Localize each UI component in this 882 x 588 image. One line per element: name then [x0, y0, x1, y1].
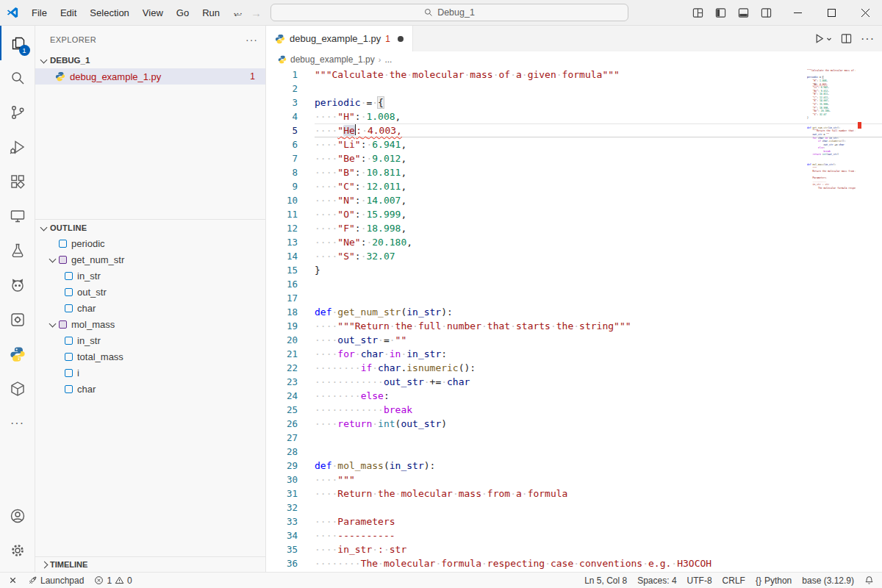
activity-search[interactable] — [0, 60, 35, 95]
code-line[interactable]: 4····"H":·1.008, — [266, 110, 882, 123]
outline-header[interactable]: OUTLINE — [35, 219, 265, 235]
outline-item-periodic[interactable]: periodic — [35, 235, 265, 251]
outline-item-i[interactable]: i — [35, 365, 265, 381]
problems-item[interactable]: 1 0 — [89, 573, 137, 588]
code-line[interactable]: 5····"He:·4.003, — [266, 123, 882, 137]
code-line[interactable]: 27 — [266, 431, 882, 445]
activity-tools[interactable] — [0, 302, 35, 337]
outline-item-out-str[interactable]: out_str — [35, 284, 265, 300]
code-line[interactable]: 3periodic·=·{ — [266, 96, 882, 110]
code-line[interactable]: 35····in_str·:·str — [266, 542, 882, 556]
outline-item-char-2[interactable]: char — [35, 381, 265, 397]
split-editor-icon[interactable] — [841, 33, 852, 44]
outline-item-in-str[interactable]: in_str — [35, 268, 265, 284]
language-mode[interactable]: {} Python — [750, 573, 797, 588]
run-button[interactable] — [814, 33, 832, 44]
maximize-button[interactable] — [814, 0, 848, 26]
code-line[interactable]: 36········The·molecular·formula·respecti… — [266, 556, 882, 570]
code-line[interactable]: 11····"O":·15.999, — [266, 207, 882, 221]
search-box[interactable]: Debug_1 — [270, 4, 628, 21]
eol-sequence[interactable]: CRLF — [717, 573, 750, 588]
modified-dot-icon[interactable] — [398, 36, 404, 42]
code-line[interactable]: 14····"S":·32.07 — [266, 249, 882, 263]
outline-item-char[interactable]: char — [35, 300, 265, 316]
code-line[interactable]: 28 — [266, 445, 882, 459]
code-line[interactable]: 25············break — [266, 403, 882, 417]
code-line[interactable]: 13····"Ne":·20.180, — [266, 235, 882, 249]
menu-view[interactable]: View — [136, 0, 170, 26]
code-line[interactable]: 21····for·char·in·in_str: — [266, 347, 882, 361]
outline-item-in-str-2[interactable]: in_str — [35, 332, 265, 348]
file-debug-example[interactable]: debug_example_1.py 1 — [35, 68, 265, 85]
code-line[interactable]: 7····"Be":·9.012, — [266, 151, 882, 165]
code-line[interactable]: 8····"B":·10.811, — [266, 165, 882, 179]
python-interpreter[interactable]: base (3.12.9) — [797, 573, 859, 588]
code-line[interactable]: 33····Parameters — [266, 514, 882, 528]
code-line[interactable]: 10····"N":·14.007, — [266, 193, 882, 207]
code-lines[interactable]: 1"""Calculate·the·molecular·mass·of·a·gi… — [266, 68, 882, 570]
tab-debug-example[interactable]: debug_example_1.py 1 — [266, 26, 413, 51]
forward-button[interactable]: → — [251, 7, 262, 19]
activity-extensions[interactable] — [0, 164, 35, 198]
editor-more-actions-icon[interactable]: ··· — [861, 32, 875, 46]
outline-item-mol-mass[interactable]: mol_mass — [35, 316, 265, 332]
code-line[interactable]: 24········else: — [266, 389, 882, 403]
outline-item-total-mass[interactable]: total_mass — [35, 348, 265, 365]
menu-run[interactable]: Run — [196, 0, 226, 26]
activity-run-debug[interactable] — [0, 129, 35, 164]
code-line[interactable]: 31····Return·the·molecular·mass·from·a·f… — [266, 487, 882, 501]
indentation[interactable]: Spaces: 4 — [632, 573, 681, 588]
activity-more[interactable]: ··· — [0, 406, 35, 440]
code-line[interactable]: 12····"F":·18.998, — [266, 221, 882, 235]
outline-item-get-num-str[interactable]: get_num_str — [35, 251, 265, 268]
minimap[interactable]: """Calculate·the·molecular·mass·of·a·giv… — [807, 69, 856, 198]
notifications-bell[interactable] — [859, 573, 879, 588]
code-line[interactable]: 9····"C":·12.011, — [266, 179, 882, 193]
code-line[interactable]: 16 — [266, 277, 882, 291]
code-line[interactable]: 19····"""Return·the·full·number·that·sta… — [266, 319, 882, 333]
folder-debug-1[interactable]: DEBUG_1 — [35, 52, 265, 68]
menu-edit[interactable]: Edit — [54, 0, 83, 26]
remote-indicator[interactable] — [3, 573, 23, 588]
breadcrumb-file[interactable]: debug_example_1.py — [290, 54, 375, 65]
menu-file[interactable]: File — [25, 0, 54, 26]
account-button[interactable] — [0, 498, 35, 533]
timeline-header[interactable]: TIMELINE — [35, 556, 265, 572]
code-line[interactable]: 1"""Calculate·the·molecular·mass·of·a·gi… — [266, 68, 882, 82]
explorer-more-actions-icon[interactable]: ··· — [245, 34, 258, 46]
code-line[interactable]: 30····""" — [266, 473, 882, 487]
activity-remote-explorer[interactable] — [0, 198, 35, 233]
code-line[interactable]: 18def·get_num_str(in_str): — [266, 305, 882, 319]
code-line[interactable]: 6····"Li":·6.941, — [266, 137, 882, 151]
code-line[interactable]: 26····return·int(out_str) — [266, 417, 882, 431]
breadcrumb[interactable]: debug_example_1.py › ... — [266, 51, 882, 68]
customize-layout-icon[interactable] — [692, 7, 703, 18]
code-line[interactable]: 15} — [266, 263, 882, 277]
activity-testing[interactable] — [0, 233, 35, 268]
code-line[interactable]: 17 — [266, 291, 882, 305]
toggle-secondary-sidebar-icon[interactable] — [761, 7, 772, 18]
activity-explorer[interactable]: 1 — [0, 26, 35, 60]
code-line[interactable]: 23············out_str·+=·char — [266, 375, 882, 389]
back-button[interactable]: ← — [232, 7, 243, 19]
launchpad-item[interactable]: Launchpad — [23, 573, 89, 588]
toggle-primary-sidebar-icon[interactable] — [715, 7, 726, 18]
close-button[interactable] — [848, 0, 882, 26]
code-line[interactable]: 34····---------- — [266, 528, 882, 542]
menu-selection[interactable]: Selection — [83, 0, 135, 26]
code-line[interactable]: 20····out_str·=·"" — [266, 333, 882, 347]
settings-button[interactable] — [0, 533, 35, 567]
minimize-button[interactable] — [781, 0, 814, 26]
code-line[interactable]: 2 — [266, 82, 882, 96]
toggle-panel-icon[interactable] — [738, 7, 749, 18]
activity-packages[interactable] — [0, 371, 35, 406]
code-line[interactable]: 29def·mol_mass(in_str): — [266, 459, 882, 473]
code-line[interactable]: 22········if·char.isnumeric(): — [266, 361, 882, 375]
menu-go[interactable]: Go — [170, 0, 196, 26]
activity-python[interactable] — [0, 337, 35, 371]
activity-github[interactable] — [0, 268, 35, 302]
encoding[interactable]: UTF-8 — [682, 573, 717, 588]
code-line[interactable]: 32 — [266, 501, 882, 514]
activity-source-control[interactable] — [0, 95, 35, 129]
cursor-position[interactable]: Ln 5, Col 8 — [579, 573, 632, 588]
